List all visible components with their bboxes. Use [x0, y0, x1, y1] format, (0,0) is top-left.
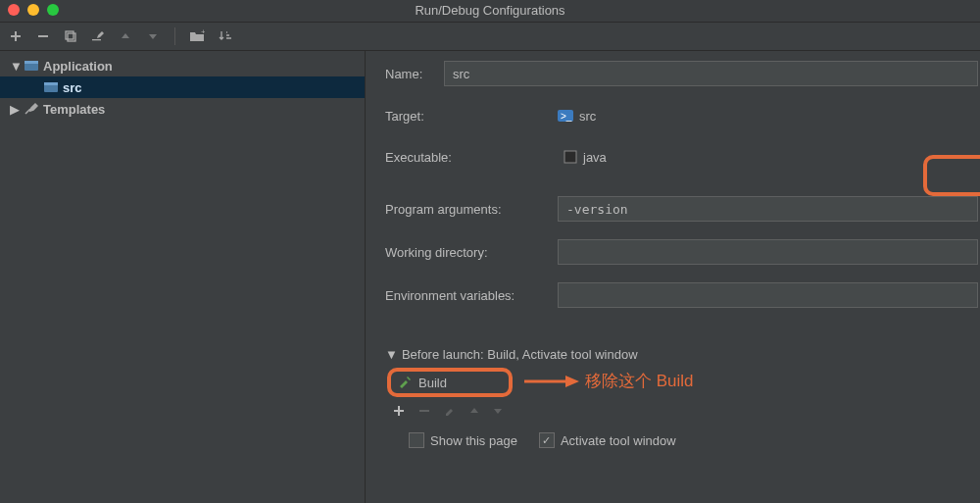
- tree-node-src[interactable]: src: [0, 76, 365, 98]
- expand-arrow-icon: ▼: [10, 59, 20, 74]
- before-launch-toolbar: [385, 399, 980, 423]
- maximize-window-icon[interactable]: [47, 4, 59, 16]
- show-this-page-label: Show this page: [430, 433, 517, 448]
- svg-rect-6: [24, 61, 38, 64]
- application-icon: [43, 79, 59, 95]
- before-launch-options: Show this page ✓ Activate tool window: [385, 432, 980, 448]
- close-window-icon[interactable]: [8, 4, 20, 16]
- move-up-button[interactable]: [118, 28, 133, 44]
- target-value[interactable]: >_ src: [558, 104, 596, 127]
- move-task-up-button[interactable]: [469, 406, 479, 416]
- tree-node-templates[interactable]: ▶ Templates: [0, 98, 365, 120]
- before-launch-area: Build 移除这个 Build: [385, 368, 980, 448]
- wd-input[interactable]: [558, 239, 978, 265]
- annotation-text: 移除这个 Build: [585, 370, 694, 392]
- move-down-button[interactable]: [145, 28, 161, 44]
- target-text: src: [579, 109, 596, 124]
- svg-rect-2: [68, 33, 75, 41]
- env-input[interactable]: [558, 282, 978, 308]
- collapse-arrow-icon: ▼: [385, 347, 398, 362]
- arrow-icon: [522, 372, 579, 391]
- activate-tool-window-option[interactable]: ✓ Activate tool window: [539, 432, 676, 448]
- args-input[interactable]: -version: [558, 196, 978, 222]
- executable-value[interactable]: java: [558, 145, 607, 169]
- toolbar-separator: [174, 27, 175, 45]
- row-name: Name: src: [385, 61, 980, 86]
- application-icon: [24, 58, 39, 74]
- executable-file-icon: [564, 150, 577, 164]
- copy-config-button[interactable]: [63, 28, 78, 44]
- target-label: Target:: [385, 109, 558, 124]
- minimize-window-icon[interactable]: [27, 4, 39, 16]
- sort-button[interactable]: [217, 28, 232, 44]
- edit-task-button[interactable]: [444, 405, 456, 417]
- terminal-icon: >_: [558, 108, 573, 124]
- name-input[interactable]: src: [444, 61, 978, 86]
- args-label: Program arguments:: [385, 202, 558, 217]
- svg-text:>_: >_: [561, 111, 572, 122]
- activate-tool-window-label: Activate tool window: [561, 433, 676, 448]
- executable-label: Executable:: [385, 150, 558, 165]
- svg-rect-8: [44, 82, 58, 85]
- tree-node-application[interactable]: ▼ Application: [0, 55, 365, 76]
- row-environment-variables: Environment variables:: [385, 282, 980, 308]
- row-program-arguments: Program arguments: -version: [385, 196, 980, 222]
- svg-text:+: +: [201, 29, 205, 36]
- checkbox-unchecked-icon: [409, 432, 424, 448]
- config-tree: ▼ Application src ▶ Templates: [0, 51, 366, 503]
- svg-rect-1: [66, 31, 74, 39]
- build-label: Build: [418, 376, 447, 390]
- svg-rect-3: [92, 39, 101, 40]
- svg-marker-13: [565, 376, 579, 387]
- before-launch-item-build[interactable]: Build: [387, 368, 513, 397]
- env-label: Environment variables:: [385, 288, 558, 303]
- move-task-down-button[interactable]: [493, 406, 503, 416]
- remove-task-button[interactable]: [418, 405, 430, 417]
- before-launch-title: Before launch: Build, Activate tool wind…: [402, 347, 638, 362]
- remove-config-button[interactable]: [35, 28, 51, 44]
- add-task-button[interactable]: [393, 405, 405, 417]
- svg-rect-11: [564, 151, 576, 163]
- annotation: 移除这个 Build: [522, 370, 694, 392]
- checkbox-checked-icon: ✓: [539, 432, 555, 448]
- collapse-arrow-icon: ▶: [10, 102, 20, 117]
- wd-label: Working directory:: [385, 245, 558, 260]
- executable-text: java: [583, 150, 607, 165]
- row-working-directory: Working directory:: [385, 239, 980, 265]
- add-config-button[interactable]: [8, 28, 24, 44]
- wrench-icon: [24, 101, 39, 117]
- config-form: Name: src Target: >_ src Executable: jav…: [366, 51, 980, 503]
- settings-config-button[interactable]: [90, 28, 106, 44]
- name-label: Name:: [385, 67, 444, 81]
- tree-label: Application: [43, 59, 113, 74]
- svg-rect-0: [38, 35, 48, 37]
- window-controls: [8, 4, 59, 16]
- row-target: Target: >_ src: [385, 104, 980, 127]
- title-bar: Run/Debug Configurations: [0, 0, 980, 23]
- hammer-icon: [397, 375, 413, 390]
- show-this-page-option[interactable]: Show this page: [409, 432, 517, 448]
- tree-label: src: [63, 80, 82, 95]
- tree-label: Templates: [43, 102, 105, 117]
- row-executable: Executable: java: [385, 145, 980, 169]
- svg-rect-14: [419, 410, 429, 412]
- config-toolbar: +: [0, 23, 980, 51]
- window-title: Run/Debug Configurations: [415, 3, 564, 18]
- before-launch-header[interactable]: ▼ Before launch: Build, Activate tool wi…: [385, 347, 980, 362]
- folder-button[interactable]: +: [189, 28, 205, 44]
